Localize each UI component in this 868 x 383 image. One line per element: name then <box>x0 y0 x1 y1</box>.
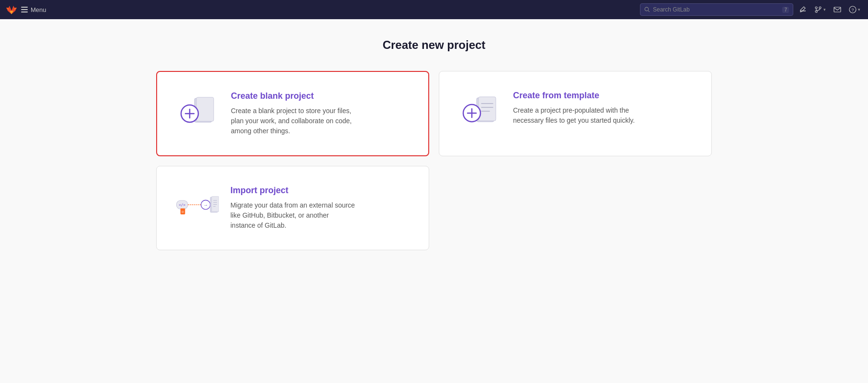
import-icon-area: </> D → <box>176 186 219 229</box>
blank-project-description: Create a blank project to store your fil… <box>231 106 355 136</box>
bottom-cards-row: </> D → <box>156 166 712 250</box>
template-title: Create from template <box>513 91 638 101</box>
svg-point-3 <box>815 7 817 9</box>
merge-chevron-icon: ▾ <box>823 7 826 12</box>
svg-rect-6 <box>834 7 841 12</box>
create-from-template-card[interactable]: Create from template Create a project pr… <box>439 71 712 156</box>
merge-requests-button[interactable]: ▾ <box>812 4 828 15</box>
gitlab-logo-icon <box>6 4 17 15</box>
svg-rect-15 <box>479 97 496 121</box>
blank-project-icon-area <box>176 91 219 134</box>
template-icon-area <box>458 91 502 134</box>
svg-point-4 <box>819 7 821 9</box>
template-description: Create a project pre-populated with the … <box>513 105 638 126</box>
svg-text:D: D <box>182 210 184 213</box>
pencil-icon <box>799 6 807 13</box>
main-content: Create new project Create blank project … <box>147 19 721 269</box>
hamburger-icon <box>21 7 28 12</box>
search-shortcut: 7 <box>782 7 789 13</box>
search-box[interactable]: 7 <box>640 3 793 16</box>
help-chevron-icon: ▾ <box>858 7 860 12</box>
edit-button[interactable] <box>797 4 809 15</box>
svg-text:</>: </> <box>179 203 185 207</box>
merge-requests-icon <box>814 6 822 13</box>
question-icon: ? <box>849 6 857 13</box>
svg-text:→: → <box>203 202 208 208</box>
help-button[interactable]: ? ▾ <box>847 4 862 15</box>
search-input[interactable] <box>653 6 779 13</box>
create-blank-project-card[interactable]: Create blank project Create a blank proj… <box>156 71 429 156</box>
template-icon <box>458 93 502 131</box>
todos-button[interactable] <box>832 4 843 15</box>
import-description: Migrate your data from an external sourc… <box>230 200 355 231</box>
svg-rect-30 <box>212 197 219 212</box>
template-text: Create from template Create a project pr… <box>513 91 638 126</box>
svg-text:?: ? <box>852 8 854 12</box>
blank-project-text: Create blank project Create a blank proj… <box>231 91 355 136</box>
import-title: Import project <box>230 186 355 196</box>
import-project-card[interactable]: </> D → <box>156 166 429 250</box>
menu-button[interactable]: Menu <box>21 6 46 13</box>
svg-line-1 <box>648 11 650 12</box>
menu-label: Menu <box>31 6 46 13</box>
page-title: Create new project <box>156 38 712 52</box>
blank-project-icon <box>176 93 219 132</box>
mail-icon <box>834 6 841 13</box>
search-icon <box>644 7 650 12</box>
import-text: Import project Migrate your data from an… <box>230 186 355 231</box>
svg-point-0 <box>645 7 649 11</box>
navbar: Menu 7 ▾ <box>0 0 868 19</box>
top-cards-row: Create blank project Create a blank proj… <box>156 71 712 156</box>
navbar-right: 7 ▾ <box>640 3 862 16</box>
navbar-left: Menu <box>6 4 46 15</box>
blank-project-title: Create blank project <box>231 91 355 101</box>
svg-rect-10 <box>196 97 214 121</box>
import-project-icon: </> D → <box>176 188 219 226</box>
empty-slot <box>439 166 712 250</box>
